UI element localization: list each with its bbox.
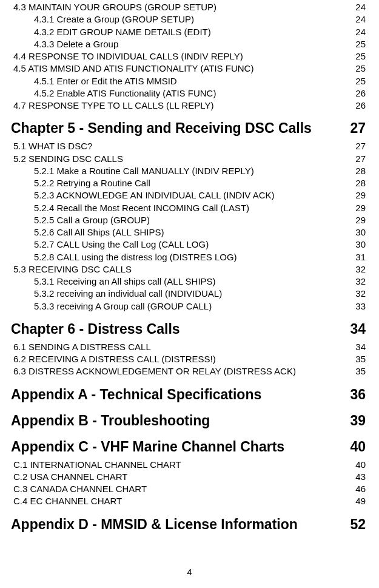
toc-title: 5.3.2 receiving an individual call (INDI…	[34, 288, 222, 300]
toc-title: 4.3.1 Create a Group (GROUP SETUP)	[34, 13, 194, 25]
toc-title: Chapter 6 - Distress Calls	[11, 320, 180, 339]
toc-page: 40	[355, 459, 366, 471]
toc-entry: 5.3.1 Receiving an All ships call (ALL S…	[11, 275, 366, 288]
toc-entry: Chapter 6 - Distress Calls34	[11, 320, 366, 339]
toc-entry: C.2 USA CHANNEL CHART43	[11, 471, 366, 483]
toc-entry: 5.1 WHAT IS DSC?27	[11, 140, 366, 152]
toc-title: 5.3.1 Receiving an All ships call (ALL S…	[34, 275, 216, 288]
toc-title: C.4 EC CHANNEL CHART	[13, 495, 122, 507]
toc-page: 28	[355, 165, 366, 177]
toc-entry: 5.2.1 Make a Routine Call MANUALLY (INDI…	[11, 165, 366, 177]
toc-page: 24	[355, 13, 366, 25]
toc-page: 33	[355, 300, 366, 313]
toc-page: 30	[355, 226, 366, 238]
toc-title: 5.2.7 CALL Using the Call Log (CALL LOG)	[34, 238, 209, 251]
toc-title: 4.5 ATIS MMSID AND ATIS FUNCTIONALITY (A…	[13, 63, 253, 75]
toc-page: 27	[355, 140, 366, 152]
toc-title: 4.3.3 Delete a Group	[34, 38, 118, 50]
toc-title: 4.4 RESPONSE TO INDIVIDUAL CALLS (INDIV …	[13, 50, 243, 63]
toc-page: 32	[355, 275, 366, 288]
toc-page: 25	[355, 38, 366, 50]
toc-title: 4.3 MAINTAIN YOUR GROUPS (GROUP SETUP)	[13, 1, 216, 13]
toc-title: 5.2.8 CALL using the distress log (DISTR…	[34, 251, 237, 263]
toc-title: 6.2 RECEIVING A DISTRESS CALL (DISTRESS!…	[13, 353, 216, 365]
toc-entry: 4.5.1 Enter or Edit the ATIS MMSID25	[11, 75, 366, 87]
toc-entry: 4.5.2 Enable ATIS Functionality (ATIS FU…	[11, 87, 366, 100]
toc-entry: 6.3 DISTRESS ACKNOWLEDGEMENT OR RELAY (D…	[11, 365, 366, 377]
toc-page: 43	[355, 471, 366, 483]
toc-entry: 4.3.1 Create a Group (GROUP SETUP)24	[11, 13, 366, 25]
toc-page: 28	[355, 177, 366, 189]
toc-page: 26	[355, 100, 366, 112]
toc-page: 34	[355, 341, 366, 353]
toc-title: C.3 CANADA CHANNEL CHART	[13, 483, 147, 495]
toc-page: 39	[350, 411, 366, 430]
toc-entry: Appendix A - Technical Specifications36	[11, 385, 366, 404]
toc-entry: 6.2 RECEIVING A DISTRESS CALL (DISTRESS!…	[11, 353, 366, 365]
toc-entry: 5.3 RECEIVING DSC CALLS32	[11, 263, 366, 275]
toc-title: 5.2 SENDING DSC CALLS	[13, 153, 123, 165]
toc-title: 4.5.1 Enter or Edit the ATIS MMSID	[34, 75, 177, 87]
toc-title: 5.2.3 ACKNOWLEDGE AN INDIVIDUAL CALL (IN…	[34, 189, 275, 201]
toc-page: 29	[355, 214, 366, 226]
toc-page: 34	[350, 320, 366, 339]
toc-title: Appendix B - Troubleshooting	[11, 411, 210, 430]
toc-page: 36	[350, 385, 366, 404]
toc-title: 6.1 SENDING A DISTRESS CALL	[13, 341, 151, 353]
toc-entry: 4.3.2 EDIT GROUP NAME DETAILS (EDIT)24	[11, 26, 366, 38]
toc-title: C.1 INTERNATIONAL CHANNEL CHART	[13, 459, 181, 471]
toc-title: 5.2.2 Retrying a Routine Call	[34, 177, 150, 189]
toc-page: 35	[355, 365, 366, 377]
toc-title: 6.3 DISTRESS ACKNOWLEDGEMENT OR RELAY (D…	[13, 365, 296, 377]
toc-page: 24	[355, 1, 366, 13]
toc-page: 31	[355, 251, 366, 263]
toc-entry: 4.3 MAINTAIN YOUR GROUPS (GROUP SETUP)24	[11, 1, 366, 13]
toc-page: 32	[355, 288, 366, 300]
page-number: 4	[0, 567, 379, 577]
toc-entry: C.1 INTERNATIONAL CHANNEL CHART40	[11, 459, 366, 471]
toc-entry: 4.4 RESPONSE TO INDIVIDUAL CALLS (INDIV …	[11, 50, 366, 63]
toc-entry: 4.5 ATIS MMSID AND ATIS FUNCTIONALITY (A…	[11, 63, 366, 75]
toc-entry: 5.2 SENDING DSC CALLS27	[11, 153, 366, 165]
toc-page: 25	[355, 75, 366, 87]
toc-title: Chapter 5 - Sending and Receiving DSC Ca…	[11, 119, 312, 138]
toc-page: 30	[355, 238, 366, 251]
toc-entry: Appendix C - VHF Marine Channel Charts40	[11, 438, 366, 456]
toc-title: 5.2.1 Make a Routine Call MANUALLY (INDI…	[34, 165, 254, 177]
toc-page: 24	[355, 26, 366, 38]
toc-entry: 5.3.2 receiving an individual call (INDI…	[11, 288, 366, 300]
toc-title: 4.7 RESPONSE TYPE TO LL CALLS (LL REPLY)	[13, 100, 213, 112]
toc-entry: 5.2.7 CALL Using the Call Log (CALL LOG)…	[11, 238, 366, 251]
toc-entry: 4.3.3 Delete a Group25	[11, 38, 366, 50]
toc-page: 27	[350, 119, 366, 138]
toc-page: 40	[350, 438, 366, 456]
toc-entry: Appendix D - MMSID & License Information…	[11, 515, 366, 534]
toc-entry: 5.2.5 Call a Group (GROUP)29	[11, 214, 366, 226]
toc-entry: Chapter 5 - Sending and Receiving DSC Ca…	[11, 119, 366, 138]
toc-title: Appendix A - Technical Specifications	[11, 385, 261, 404]
toc-entry: 5.2.6 Call All Ships (ALL SHIPS)30	[11, 226, 366, 238]
toc-page: 49	[355, 495, 366, 507]
table-of-contents: 4.3 MAINTAIN YOUR GROUPS (GROUP SETUP)24…	[11, 1, 366, 534]
toc-page: 35	[355, 353, 366, 365]
toc-title: 5.3.3 receiving A Group call (GROUP CALL…	[34, 300, 212, 313]
toc-title: 5.2.6 Call All Ships (ALL SHIPS)	[34, 226, 164, 238]
toc-entry: 5.2.2 Retrying a Routine Call28	[11, 177, 366, 189]
toc-entry: 5.2.8 CALL using the distress log (DISTR…	[11, 251, 366, 263]
toc-title: 5.2.5 Call a Group (GROUP)	[34, 214, 150, 226]
toc-page: 27	[355, 153, 366, 165]
toc-page: 29	[355, 202, 366, 214]
toc-title: 5.3 RECEIVING DSC CALLS	[13, 263, 132, 275]
toc-entry: 5.2.4 Recall the Most Recent INCOMING Ca…	[11, 202, 366, 214]
toc-title: Appendix C - VHF Marine Channel Charts	[11, 438, 284, 456]
toc-entry: 5.2.3 ACKNOWLEDGE AN INDIVIDUAL CALL (IN…	[11, 189, 366, 201]
toc-entry: C.3 CANADA CHANNEL CHART46	[11, 483, 366, 495]
toc-entry: 5.3.3 receiving A Group call (GROUP CALL…	[11, 300, 366, 313]
toc-title: 4.5.2 Enable ATIS Functionality (ATIS FU…	[34, 87, 216, 100]
toc-page: 32	[355, 263, 366, 275]
toc-page: 29	[355, 189, 366, 201]
toc-entry: Appendix B - Troubleshooting39	[11, 411, 366, 430]
toc-title: C.2 USA CHANNEL CHART	[13, 471, 127, 483]
toc-page: 25	[355, 63, 366, 75]
toc-entry: C.4 EC CHANNEL CHART49	[11, 495, 366, 507]
